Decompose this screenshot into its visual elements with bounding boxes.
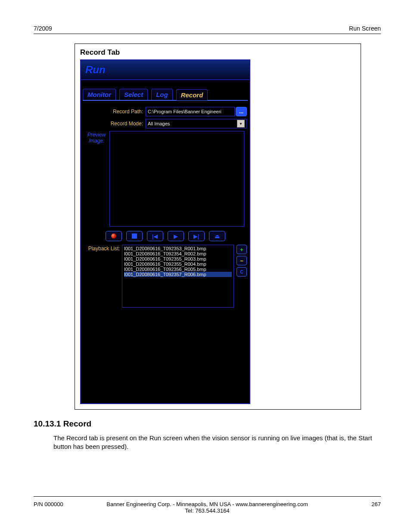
record-path-input[interactable]: C:\Program Files\Banner Engineeri	[146, 107, 235, 116]
tab-select[interactable]: Select	[119, 89, 148, 100]
prev-button[interactable]: |◀	[147, 231, 163, 241]
tab-strip: Monitor Select Log Record	[81, 80, 249, 100]
clear-list-button[interactable]: C	[237, 267, 247, 277]
tab-record[interactable]: Record	[176, 89, 208, 100]
app-titlebar: Run	[81, 60, 249, 80]
preview-label-line2: Image:	[89, 138, 105, 144]
section-body: The Record tab is present on the Run scr…	[53, 434, 377, 451]
stop-icon	[132, 233, 137, 239]
eject-button[interactable]: ⏏	[209, 231, 225, 241]
tab-log[interactable]: Log	[151, 89, 173, 100]
playback-side-buttons: + − C	[237, 245, 247, 308]
footer-center-line2: Tel: 763.544.3164	[106, 507, 308, 514]
record-mode-value: All Images	[148, 121, 170, 126]
eject-icon: ⏏	[215, 233, 220, 239]
next-button[interactable]: ▶|	[188, 231, 205, 241]
header-left: 7/2009	[34, 25, 52, 32]
header-right: Run Screen	[349, 25, 381, 32]
record-button[interactable]	[106, 231, 122, 241]
add-item-button[interactable]: +	[237, 245, 247, 254]
list-item[interactable]: I001_D20080616_T092354_R002.bmp	[124, 251, 232, 256]
list-item[interactable]: I001_D20080616_T092356_R005.bmp	[124, 267, 232, 272]
stop-button[interactable]	[126, 231, 143, 241]
app-window: Run Monitor Select Log Record Record Pat…	[80, 59, 250, 404]
figure-frame: Record Tab Run Monitor Select Log Record…	[75, 44, 361, 410]
list-item[interactable]: I001_D20080616_T092357_R006.bmp	[124, 272, 232, 277]
app-title: Run	[85, 64, 106, 76]
remove-item-button[interactable]: −	[237, 256, 247, 265]
record-icon	[111, 233, 116, 239]
record-path-label: Record Path:	[84, 109, 146, 115]
list-item[interactable]: I001_D20080616_T092355_R004.bmp	[124, 261, 232, 267]
footer-left: P/N 000000	[34, 501, 106, 507]
chevron-down-icon[interactable]: ▼	[237, 120, 245, 128]
record-mode-select[interactable]: All Images ▼	[146, 119, 247, 128]
section-heading: 10.13.1 Record	[34, 419, 381, 429]
preview-label-line1: Preview	[87, 132, 106, 138]
figure-title: Record Tab	[80, 48, 355, 57]
tab-monitor[interactable]: Monitor	[83, 89, 116, 100]
browse-button[interactable]: ...	[236, 107, 247, 116]
playback-list[interactable]: I001_D20080616_T092353_R001.bmp I001_D20…	[122, 245, 234, 308]
play-button[interactable]: ▶	[168, 231, 184, 241]
playback-controls: |◀ ▶ ▶| ⏏	[84, 231, 247, 241]
playback-list-label: Playback List:	[84, 245, 122, 308]
list-item[interactable]: I001_D20080616_T092353_R001.bmp	[124, 246, 232, 251]
skip-forward-icon: ▶|	[193, 233, 199, 239]
record-mode-label: Record Mode:	[84, 121, 146, 127]
skip-back-icon: |◀	[152, 233, 158, 239]
preview-image-area	[109, 131, 244, 227]
play-icon: ▶	[174, 233, 178, 239]
preview-image-label: Preview Image:	[84, 131, 109, 227]
list-item[interactable]: I001_D20080616_T092355_R003.bmp	[124, 256, 232, 261]
footer-center-line1: Banner Engineering Corp. - Minneapolis, …	[106, 501, 308, 507]
footer-page-number: 267	[308, 501, 381, 507]
